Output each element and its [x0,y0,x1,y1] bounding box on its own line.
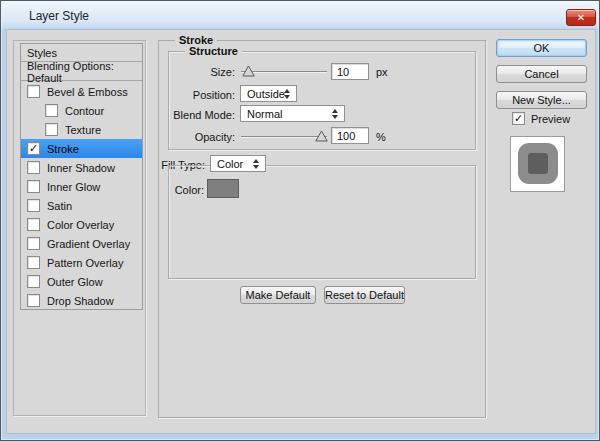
style-item-inner-glow[interactable]: Inner Glow [21,177,142,196]
checkbox-satin[interactable] [27,199,40,212]
close-icon: ✕ [577,12,585,23]
style-item-pattern-overlay[interactable]: Pattern Overlay [21,253,142,272]
layer-style-dialog: Layer Style ✕ Styles Blending Options: D… [0,0,600,441]
preview-checkbox[interactable]: ✓ [512,112,525,125]
style-item-label: Color Overlay [47,219,114,231]
style-item-outer-glow[interactable]: Outer Glow [21,272,142,291]
style-item-label: Inner Shadow [47,162,115,174]
opacity-slider-thumb[interactable] [315,128,328,140]
checkbox-gradient-overlay[interactable] [27,237,40,250]
make-default-button[interactable]: Make Default [240,286,316,304]
style-item-drop-shadow[interactable]: Drop Shadow [21,291,142,310]
blending-options-label: Blending Options: Default [27,60,142,84]
style-item-label: Inner Glow [47,181,100,193]
fill-type-value: Color [217,158,243,170]
position-value: Outside [247,88,285,100]
position-dropdown[interactable]: Outside [240,85,297,102]
title-bar[interactable]: Layer Style ✕ [2,2,598,29]
preview-fill-shape [528,153,548,174]
blend-mode-label: Blend Mode: [169,109,235,121]
blending-options-row[interactable]: Blending Options: Default [21,63,142,81]
close-button[interactable]: ✕ [566,9,596,26]
stepper-icon [284,89,291,99]
styles-header-label: Styles [27,47,57,59]
check-icon: ✓ [514,112,523,124]
size-label: Size: [169,66,235,78]
style-item-bevel-emboss[interactable]: Bevel & Emboss [21,82,142,101]
style-item-label: Satin [47,200,72,212]
checkbox-stroke-checked[interactable]: ✓ [27,142,40,155]
position-label: Position: [169,89,235,101]
style-item-label: Drop Shadow [47,295,114,307]
dialog-content: Styles Blending Options: Default Bevel &… [6,29,596,434]
stepper-icon [332,109,339,119]
checkbox-color-overlay[interactable] [27,218,40,231]
style-item-label: Texture [65,124,101,136]
checkbox-inner-glow[interactable] [27,180,40,193]
checkbox-contour[interactable] [45,104,58,117]
style-item-label: Pattern Overlay [47,257,123,269]
preview-label: Preview [531,113,570,125]
checkbox-bevel-emboss[interactable] [27,85,40,98]
blend-mode-dropdown[interactable]: Normal [240,105,345,122]
checkbox-texture[interactable] [45,123,58,136]
size-input[interactable]: 10 [331,63,369,80]
style-item-color-overlay[interactable]: Color Overlay [21,215,142,234]
new-style-button[interactable]: New Style... [496,91,587,109]
size-unit: px [376,66,388,78]
style-item-contour[interactable]: Contour [21,101,142,120]
cancel-button[interactable]: Cancel [496,65,587,83]
checkbox-drop-shadow[interactable] [27,294,40,307]
style-item-satin[interactable]: Satin [21,196,142,215]
stepper-icon [253,159,260,169]
style-item-inner-shadow[interactable]: Inner Shadow [21,158,142,177]
style-item-gradient-overlay[interactable]: Gradient Overlay [21,234,142,253]
styles-list: Styles Blending Options: Default Bevel &… [20,43,143,310]
opacity-unit: % [376,131,386,143]
blend-mode-value: Normal [247,108,282,120]
style-preview-thumbnail [510,136,565,192]
style-item-label: Outer Glow [47,276,103,288]
style-item-texture[interactable]: Texture [21,120,142,139]
structure-group: Structure Size: 10 px Position: Outside … [168,51,476,150]
fill-type-group: Color: [168,165,476,279]
style-item-label: Stroke [47,143,79,155]
slider-thumb-icon [242,65,255,77]
structure-legend: Structure [185,45,242,57]
opacity-input[interactable]: 100 [331,127,369,144]
size-slider-thumb[interactable] [242,63,255,75]
reset-to-default-button[interactable]: Reset to Default [324,286,405,304]
opacity-label: Opacity: [169,131,235,143]
check-icon: ✓ [29,142,38,154]
slider-thumb-icon [315,130,328,142]
fill-type-dropdown[interactable]: Color [210,155,266,172]
ok-button[interactable]: OK [496,39,587,57]
window-title: Layer Style [29,9,89,23]
style-item-stroke[interactable]: ✓ Stroke [21,139,142,158]
style-item-label: Gradient Overlay [47,238,130,250]
checkbox-pattern-overlay[interactable] [27,256,40,269]
style-item-label: Bevel & Emboss [47,86,128,98]
checkbox-outer-glow[interactable] [27,275,40,288]
color-label: Color: [169,184,204,196]
preview-stroke-shape [518,143,558,184]
color-swatch[interactable] [207,179,239,198]
checkbox-inner-shadow[interactable] [27,161,40,174]
style-item-label: Contour [65,105,104,117]
stroke-panel: Stroke Structure Size: 10 px Position: O… [158,40,486,418]
